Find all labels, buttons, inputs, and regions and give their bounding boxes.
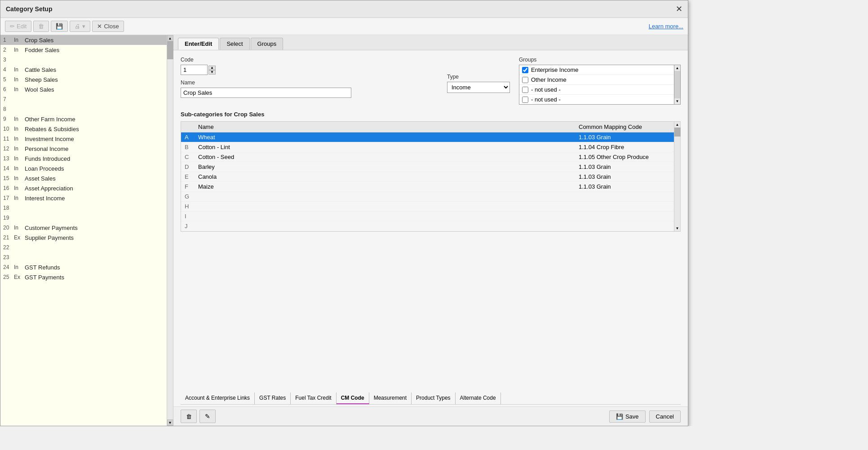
list-item[interactable]: 7 bbox=[0, 94, 167, 104]
list-item-type: In bbox=[14, 185, 25, 191]
window-close-button[interactable]: ✕ bbox=[676, 4, 682, 14]
list-item-type: In bbox=[14, 195, 25, 201]
type-select[interactable]: Income Expense Asset Liability bbox=[447, 82, 510, 93]
tab-enter-edit[interactable]: Enter/Edit bbox=[178, 38, 219, 50]
code-spin-up[interactable]: ▲ bbox=[208, 66, 216, 70]
delete-row-button[interactable]: 🗑 bbox=[181, 410, 197, 423]
list-item[interactable]: 11 In Investment Income bbox=[0, 134, 167, 144]
subcategory-code bbox=[575, 202, 674, 211]
list-item[interactable]: 14 In Loan Proceeds bbox=[0, 163, 167, 173]
groups-checkbox-1[interactable] bbox=[522, 77, 528, 83]
list-item-name: Other Farm Income bbox=[25, 116, 75, 123]
subcategory-row[interactable]: B Cotton - Lint 1.1.04 Crop Fibre bbox=[181, 142, 674, 152]
close-button[interactable]: ✕ Close bbox=[92, 21, 124, 32]
left-scrollbar[interactable]: ▲ ▼ bbox=[167, 35, 173, 426]
tab-select[interactable]: Select bbox=[220, 38, 249, 50]
subcategory-name: Maize bbox=[195, 182, 575, 191]
save-toolbar-button[interactable]: 💾 bbox=[51, 21, 68, 32]
subcategory-name bbox=[195, 192, 575, 201]
list-item[interactable]: 15 In Asset Sales bbox=[0, 173, 167, 183]
list-item[interactable]: 4 In Cattle Sales bbox=[0, 65, 167, 75]
list-item-type: In bbox=[14, 225, 25, 231]
list-item[interactable]: 16 In Asset Appreciation bbox=[0, 183, 167, 193]
name-input[interactable] bbox=[181, 88, 351, 98]
list-item[interactable]: 6 In Wool Sales bbox=[0, 84, 167, 94]
subcategories-scrollbar[interactable]: ▲ ▼ bbox=[674, 122, 680, 231]
list-item[interactable]: 5 In Sheep Sales bbox=[0, 75, 167, 84]
list-item[interactable]: 8 bbox=[0, 104, 167, 114]
groups-scroll-down[interactable]: ▼ bbox=[675, 98, 680, 104]
action-bar: 🗑 ✎ 💾 Save Cancel bbox=[173, 406, 688, 426]
scroll-up-arrow[interactable]: ▲ bbox=[167, 35, 173, 41]
list-item[interactable]: 23 bbox=[0, 252, 167, 262]
bottom-tab[interactable]: Account & Enterprise Links bbox=[181, 393, 255, 404]
bottom-tab[interactable]: Product Types bbox=[412, 393, 456, 404]
bottom-tab[interactable]: GST Rates bbox=[255, 393, 291, 404]
subcategory-row[interactable]: E Canola 1.1.03 Grain bbox=[181, 172, 674, 182]
toolbar-left: ✏ Edit 🗑 💾 🖨 ▾ ✕ Close bbox=[5, 21, 124, 32]
delete-toolbar-button[interactable]: 🗑 bbox=[33, 21, 49, 32]
subcategory-row[interactable]: D Barley 1.1.03 Grain bbox=[181, 162, 674, 172]
list-item[interactable]: 13 In Funds Introduced bbox=[0, 154, 167, 163]
list-item[interactable]: 20 In Customer Payments bbox=[0, 223, 167, 233]
list-item[interactable]: 12 In Personal Income bbox=[0, 144, 167, 154]
subcategory-letter: H bbox=[181, 202, 195, 211]
groups-checkbox-3[interactable] bbox=[522, 97, 528, 103]
list-item-name: Investment Income bbox=[25, 136, 74, 142]
scroll-thumb[interactable] bbox=[167, 41, 173, 59]
code-field-group: Code ▲ ▼ bbox=[181, 57, 438, 75]
groups-scroll-thumb bbox=[674, 71, 680, 98]
print-button[interactable]: 🖨 ▾ bbox=[70, 21, 90, 32]
subcategory-row[interactable]: A Wheat 1.1.03 Grain bbox=[181, 132, 674, 142]
subcategory-row[interactable]: F Maize 1.1.03 Grain bbox=[181, 182, 674, 192]
subcategory-row[interactable]: J bbox=[181, 221, 674, 231]
scroll-down-arrow[interactable]: ▼ bbox=[167, 419, 173, 426]
groups-scroll-up[interactable]: ▲ bbox=[675, 65, 680, 71]
subcategories-scroll-up[interactable]: ▲ bbox=[675, 122, 680, 128]
edit-button[interactable]: ✏ Edit bbox=[5, 21, 31, 32]
list-item[interactable]: 1 In Crop Sales bbox=[0, 35, 167, 45]
tab-groups[interactable]: Groups bbox=[251, 38, 283, 50]
edit-row-button[interactable]: ✎ bbox=[199, 410, 216, 423]
bottom-tab[interactable]: Alternate Code bbox=[456, 393, 501, 404]
list-item[interactable]: 21 Ex Supplier Payments bbox=[0, 233, 167, 243]
groups-checkbox-2[interactable] bbox=[522, 87, 528, 93]
list-item[interactable]: 19 bbox=[0, 213, 167, 223]
subcategory-row[interactable]: H bbox=[181, 202, 674, 212]
list-item[interactable]: 24 In GST Refunds bbox=[0, 262, 167, 272]
list-item[interactable]: 3 bbox=[0, 55, 167, 65]
list-item-num: 4 bbox=[3, 66, 14, 73]
subcategory-row[interactable]: C Cotton - Seed 1.1.05 Other Crop Produc… bbox=[181, 152, 674, 162]
code-spin-down[interactable]: ▼ bbox=[208, 70, 216, 75]
bottom-tab[interactable]: Measurement bbox=[369, 393, 412, 404]
subcategories-scroll-down[interactable]: ▼ bbox=[675, 225, 680, 231]
save-icon-btn: 💾 bbox=[616, 413, 623, 420]
list-item-name: Funds Introduced bbox=[25, 155, 70, 162]
list-item-num: 2 bbox=[3, 47, 14, 53]
list-item[interactable]: 22 bbox=[0, 243, 167, 252]
subcategory-letter: C bbox=[181, 152, 195, 162]
subcategories-scroll-thumb[interactable] bbox=[674, 128, 681, 137]
list-item-num: 18 bbox=[3, 205, 14, 211]
groups-scrollbar[interactable]: ▲ ▼ bbox=[674, 65, 681, 105]
subcategory-row[interactable]: G bbox=[181, 192, 674, 202]
learn-more-link[interactable]: Learn more... bbox=[649, 23, 683, 30]
bottom-tab[interactable]: Fuel Tax Credit bbox=[291, 393, 336, 404]
list-item[interactable]: 18 bbox=[0, 203, 167, 213]
subcategory-row[interactable]: I bbox=[181, 212, 674, 221]
list-item[interactable]: 9 In Other Farm Income bbox=[0, 114, 167, 124]
list-item-type: In bbox=[14, 126, 25, 132]
list-item[interactable]: 25 Ex GST Payments bbox=[0, 272, 167, 282]
groups-checkbox-0[interactable] bbox=[522, 67, 528, 73]
list-item[interactable]: 2 In Fodder Sales bbox=[0, 45, 167, 55]
cancel-button[interactable]: Cancel bbox=[649, 410, 681, 423]
groups-list: Enterprise Income Other Income - not use… bbox=[519, 65, 674, 105]
list-item[interactable]: 10 In Rebates & Subsidies bbox=[0, 124, 167, 134]
subcategory-code: 1.1.03 Grain bbox=[575, 182, 674, 191]
list-item[interactable]: 17 In Interest Income bbox=[0, 193, 167, 203]
code-input[interactable] bbox=[181, 65, 208, 75]
bottom-tab[interactable]: CM Code bbox=[337, 393, 369, 404]
list-item-name: Asset Sales bbox=[25, 175, 56, 182]
save-button[interactable]: 💾 Save bbox=[609, 410, 646, 423]
groups-item-label-0: Enterprise Income bbox=[531, 66, 579, 73]
